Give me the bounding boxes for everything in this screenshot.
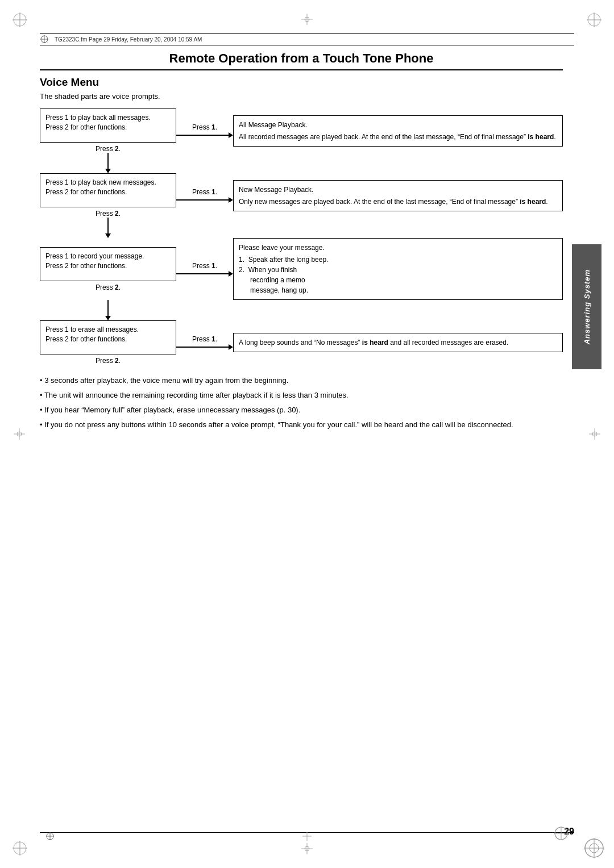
reg-mark-br [583, 837, 605, 859]
vert-line-2 [107, 218, 109, 233]
reg-mark-header-left [40, 35, 49, 44]
arrow-line-1 [176, 135, 229, 136]
intro-text: The shaded parts are voice prompts. [40, 92, 563, 101]
reg-mark-bl [11, 840, 28, 857]
diagram-area: Press 1 to play back all messages.Press … [40, 108, 563, 365]
press2-text-3: Press 2. [96, 283, 121, 291]
right-box-1-body: All recorded messages are played back. A… [239, 132, 557, 142]
right-box-1-title: All Message Playback. [239, 120, 557, 130]
left-box-1-text: Press 1 to play back all messages.Press … [45, 114, 151, 131]
diagram-row-1: Press 1 to play back all messages.Press … [40, 108, 563, 153]
right-box-2-title: New Message Playback. [239, 185, 557, 195]
right-box-1: All Message Playback. All recorded messa… [233, 115, 563, 147]
arrow-down-3 [105, 316, 111, 320]
left-box-4-text: Press 1 to erase all messages.Press 2 fo… [45, 326, 139, 343]
connector-col-4: Press 1. [176, 335, 233, 350]
diagram-row-4: Press 1 to erase all messages.Press 2 fo… [40, 320, 563, 365]
left-box-4: Press 1 to erase all messages.Press 2 fo… [40, 320, 176, 354]
arrow-head-3 [229, 271, 233, 277]
left-box-2: Press 1 to play back new messages.Press … [40, 173, 176, 207]
cross-mark-top [301, 14, 313, 25]
arrow-head-1 [229, 132, 233, 138]
press2-text-2: Press 2. [96, 210, 121, 218]
header-file-info: TG2323C.fm Page 29 Friday, February 20, … [55, 36, 202, 43]
page-title: Remote Operation from a Touch Tone Phone [40, 51, 563, 70]
vert-line-3 [107, 300, 109, 316]
arrow-line-4 [176, 347, 229, 348]
press1-label-1: Press 1. [192, 123, 217, 131]
arrow-right-2 [176, 197, 233, 203]
connector-col-3: Press 1. [176, 262, 233, 277]
press2-label-3: Press 2. [40, 283, 176, 291]
note-item-3: • If you hear “Memory full” after playba… [40, 404, 563, 416]
connector-col-2: Press 1. [176, 188, 233, 203]
reg-mark-tl [11, 11, 28, 28]
side-tab: Answering System [572, 244, 601, 369]
main-content: Remote Operation from a Touch Tone Phone… [40, 51, 563, 817]
press2-text-1: Press 2. [96, 145, 121, 153]
arrow-right-4 [176, 344, 233, 350]
left-box-3-text: Press 1 to record your message.Press 2 f… [45, 252, 144, 270]
note-item-1: • 3 seconds after playback, the voice me… [40, 375, 563, 386]
vert-connector-1-2 [40, 153, 176, 173]
section-title: Voice Menu [40, 76, 563, 89]
right-box-3-body: 1. Speak after the long beep. 2. When yo… [239, 254, 557, 295]
arrow-down-2 [105, 233, 111, 238]
diagram-row-2: Press 1 to play back new messages.Press … [40, 173, 563, 218]
arrow-down-1 [105, 169, 111, 173]
right-col-2: New Message Playback. Only new messages … [233, 180, 563, 211]
left-box-3: Press 1 to record your message.Press 2 f… [40, 247, 176, 281]
notes-section: • 3 seconds after playback, the voice me… [40, 375, 563, 431]
arrow-right-3 [176, 271, 233, 277]
press2-text-4: Press 2. [96, 357, 121, 365]
press2-label-1: Press 2. [40, 145, 176, 153]
press2-label-4: Press 2. [40, 357, 176, 365]
vert-line-1 [107, 153, 109, 169]
right-box-3: Please leave your message. 1. Speak afte… [233, 238, 563, 300]
right-box-4-body: A long beep sounds and “No messages” is … [239, 337, 557, 348]
left-col-3: Press 1 to record your message.Press 2 f… [40, 247, 176, 291]
right-box-2-body: Only new messages are played back. At th… [239, 197, 557, 207]
right-col-1: All Message Playback. All recorded messa… [233, 115, 563, 147]
header-bar: TG2323C.fm Page 29 Friday, February 20, … [40, 33, 574, 45]
side-tab-text: Answering System [583, 269, 591, 344]
arrow-head-2 [229, 197, 233, 203]
page-wrapper: TG2323C.fm Page 29 Friday, February 20, … [0, 0, 614, 868]
cross-mark-right [589, 428, 600, 440]
press1-label-4: Press 1. [192, 335, 217, 343]
left-col-1: Press 1 to play back all messages.Press … [40, 108, 176, 153]
reg-mark-footer-left [45, 832, 55, 841]
cross-mark-bottom [301, 843, 313, 854]
note-item-2: • The unit will announce the remaining r… [40, 390, 563, 401]
left-col-2: Press 1 to play back new messages.Press … [40, 173, 176, 218]
left-box-2-text: Press 1 to play back new messages.Press … [45, 178, 156, 196]
vert-connector-3-4 [40, 300, 176, 320]
cross-mark-left [14, 428, 25, 440]
reg-mark-footer-center [302, 832, 312, 841]
left-col-4: Press 1 to erase all messages.Press 2 fo… [40, 320, 176, 365]
right-box-4: A long beep sounds and “No messages” is … [233, 333, 563, 352]
reg-mark-tr [586, 11, 603, 28]
arrow-line-2 [176, 199, 229, 201]
press1-label-3: Press 1. [192, 262, 217, 270]
reg-mark-footer-right [554, 826, 569, 841]
press1-label-2: Press 1. [192, 188, 217, 196]
right-col-3: Please leave your message. 1. Speak afte… [233, 238, 563, 300]
arrow-line-3 [176, 273, 229, 274]
right-col-4: A long beep sounds and “No messages” is … [233, 333, 563, 352]
right-box-3-title: Please leave your message. [239, 243, 557, 253]
right-box-2: New Message Playback. Only new messages … [233, 180, 563, 211]
left-box-1: Press 1 to play back all messages.Press … [40, 108, 176, 143]
diagram-row-3: Press 1 to record your message.Press 2 f… [40, 238, 563, 300]
arrow-head-4 [229, 344, 233, 350]
vert-connector-2-3 [40, 218, 176, 238]
arrow-right-1 [176, 132, 233, 138]
note-item-4: • If you do not press any buttons within… [40, 419, 563, 431]
press2-label-2: Press 2. [40, 210, 176, 218]
connector-col-1: Press 1. [176, 123, 233, 138]
